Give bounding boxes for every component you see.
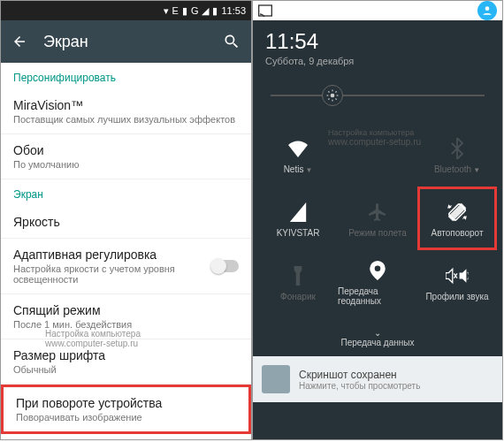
settings-screen: ▾ E ▮ G ◢ ▮ 11:53 Экран Персонифицироват… — [0, 0, 252, 440]
signal-icon: ▮ — [182, 5, 187, 17]
item-miravision[interactable]: MiraVision™ Поставщик самых лучших визуа… — [1, 89, 251, 134]
wifi-icon — [287, 136, 309, 161]
watermark-line2: www.computer-setup.ru — [45, 339, 141, 348]
battery-icon: ▮ — [212, 5, 218, 17]
item-font[interactable]: Настройка компьютера www.computer-setup.… — [1, 339, 251, 385]
location-icon — [370, 258, 386, 283]
back-icon[interactable] — [11, 34, 27, 50]
qs-header: 11:54 Суббота, 9 декабря — [253, 20, 502, 73]
clock: 11:53 — [221, 5, 246, 16]
svg-line-9 — [329, 99, 330, 100]
tile-bluetooth[interactable]: Bluetooth▼ — [417, 123, 497, 187]
net2-label: G — [191, 5, 199, 16]
item-sub: Поворачивать изображение — [16, 412, 236, 423]
item-sub: По умолчанию — [13, 159, 239, 170]
tiles: Настройка компьютера www.computer-setup.… — [253, 118, 502, 323]
airplane-icon — [367, 200, 388, 225]
item-sleep[interactable]: Спящий режим После 1 мин. бездействия — [1, 294, 251, 339]
avatar[interactable] — [477, 1, 497, 20]
tile-flashlight[interactable]: Фонарик — [258, 250, 338, 314]
item-wallpaper[interactable]: Обои По умолчанию — [1, 134, 251, 179]
svg-point-1 — [485, 6, 490, 11]
notif-sub: Нажмите, чтобы просмотреть — [299, 381, 420, 391]
wifi-icon: ▾ — [164, 5, 169, 17]
svg-marker-11 — [290, 202, 306, 222]
tile-autorotate[interactable]: Автоповорот — [417, 187, 497, 250]
item-sub: После 1 мин. бездействия — [13, 319, 239, 330]
svg-line-10 — [336, 91, 337, 92]
date: Суббота, 9 декабря — [265, 56, 490, 66]
item-brightness[interactable]: Яркость — [1, 206, 251, 239]
net-label: E — [172, 5, 179, 16]
item-adaptive[interactable]: Адаптивная регулировка Настройка яркости… — [1, 239, 251, 294]
item-sub: Настройка яркости с учетом уровня освеще… — [13, 263, 212, 285]
chevron-down-icon: ▼ — [473, 166, 480, 174]
item-label: Спящий режим — [13, 303, 239, 317]
data-transfer-row[interactable]: ⌄ Передача данных — [253, 323, 502, 356]
item-label: Размер шрифта — [13, 348, 239, 362]
item-label: Адаптивная регулировка — [13, 248, 212, 262]
section-personalize: Персонифицировать — [1, 63, 251, 89]
tile-sim[interactable]: KYIVSTAR — [258, 187, 338, 250]
tile-label: Фонарик — [280, 292, 316, 301]
item-label: Яркость — [13, 215, 239, 229]
page-title: Экран — [43, 33, 223, 51]
chevron-down-icon: ▼ — [305, 166, 312, 174]
signal2-icon: ◢ — [202, 5, 209, 17]
item-sub: Обычный — [13, 364, 239, 375]
item-sub: Поставщик самых лучших визуальных эффект… — [13, 114, 239, 125]
svg-line-7 — [329, 91, 330, 92]
item-rotate[interactable]: При повороте устройства Поворачивать изо… — [1, 385, 251, 434]
cast-icon — [258, 4, 272, 17]
flashlight-icon — [292, 263, 304, 288]
tile-wifi[interactable]: Netis▼ — [258, 123, 338, 187]
tile-label: KYIVSTAR — [277, 228, 320, 238]
svg-point-2 — [331, 94, 335, 98]
tile-label: Режим полета — [348, 228, 406, 238]
item-label: MiraVision™ — [13, 98, 239, 112]
item-label: Обои — [13, 143, 239, 157]
tile-location[interactable]: Передача геоданных — [338, 250, 417, 314]
tile-label: Bluetooth — [434, 164, 471, 174]
notif-title: Скриншот сохранен — [299, 369, 420, 381]
chevron-down-icon: ⌄ — [374, 328, 381, 338]
tile-label: Передача геоданных — [338, 286, 417, 306]
notification[interactable]: Скриншот сохранен Нажмите, чтобы просмот… — [253, 356, 502, 402]
settings-icon[interactable] — [451, 2, 469, 19]
rotate-icon — [446, 200, 469, 225]
tile-label: Автоповорот — [431, 228, 483, 238]
brightness-slider[interactable] — [253, 73, 502, 118]
item-label: При повороте устройства — [16, 396, 236, 410]
bluetooth-icon — [449, 136, 465, 161]
notif-thumb — [262, 365, 290, 393]
section-screen: Экран — [1, 179, 251, 206]
tile-sound[interactable]: Профили звука — [417, 250, 497, 314]
tile-empty — [338, 123, 417, 187]
svg-line-8 — [336, 99, 337, 100]
search-icon[interactable] — [223, 33, 241, 50]
tile-label: Netis — [284, 164, 304, 174]
sound-icon — [446, 263, 469, 288]
tile-airplane[interactable]: Режим полета — [338, 187, 417, 250]
clock: 11:54 — [265, 29, 490, 54]
statusbar: ▾ E ▮ G ◢ ▮ 11:53 — [1, 1, 251, 20]
settings-list[interactable]: Персонифицировать MiraVision™ Поставщик … — [1, 63, 251, 439]
tile-label: Профили звука — [425, 292, 488, 301]
quick-settings: 11:54 Суббота, 9 декабря Настройка компь… — [252, 0, 503, 440]
appbar: Экран — [1, 20, 251, 63]
statusbar — [253, 1, 502, 20]
toggle[interactable] — [212, 260, 239, 272]
sim-icon — [289, 200, 307, 225]
label: Передача данных — [340, 338, 414, 347]
brightness-thumb[interactable] — [322, 85, 343, 106]
